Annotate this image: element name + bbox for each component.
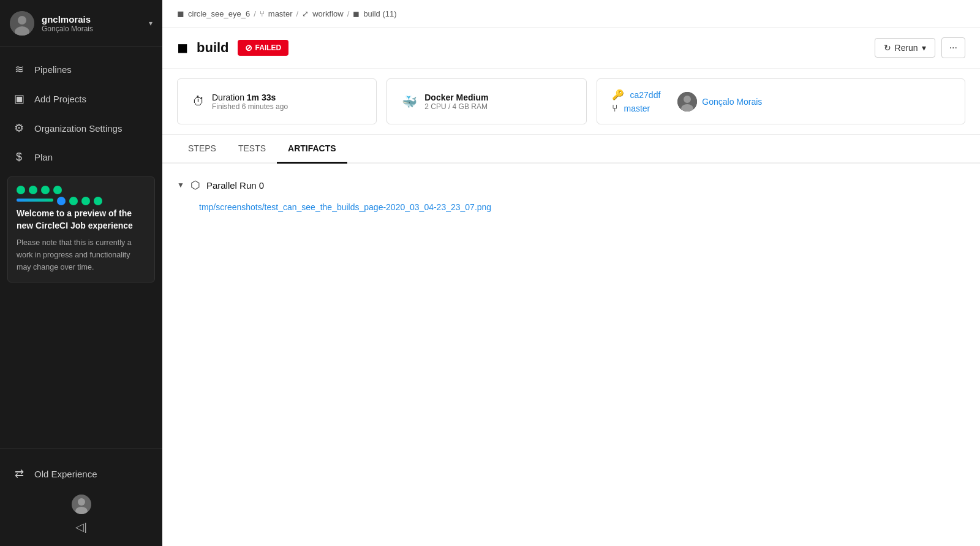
docker-icon: 🐳	[402, 94, 417, 109]
commit-card: 🔑 ca27ddf ⑂ master Gonçalo Morais	[597, 78, 966, 124]
commit-hash[interactable]: ca27ddf	[630, 90, 661, 100]
sidebar-item-label: Pipelines	[34, 64, 72, 75]
commit-row: 🔑 ca27ddf	[612, 89, 661, 100]
sidebar-item-label: Add Projects	[34, 94, 86, 104]
avatar-image	[10, 11, 34, 36]
tab-steps[interactable]: STEPS	[177, 135, 227, 164]
dot-green-4	[53, 186, 62, 194]
branch-icon: ⑂	[260, 9, 265, 18]
rerun-dropdown-icon: ▾	[922, 43, 926, 53]
sidebar-item-org-settings[interactable]: ⚙ Organization Settings	[0, 113, 162, 143]
preview-card-title: Welcome to a preview of the new CircleCI…	[17, 208, 146, 232]
user-menu[interactable]: gnclmorais Gonçalo Morais ▾	[0, 0, 162, 47]
tab-tests[interactable]: TESTS	[227, 135, 277, 164]
org-settings-icon: ⚙	[12, 121, 26, 135]
sidebar-item-pipelines[interactable]: ≋ Pipelines	[0, 55, 162, 84]
old-experience-icon: ⇄	[12, 467, 26, 480]
user-fullname: Gonçalo Morais	[42, 25, 149, 33]
branch-link[interactable]: master	[624, 104, 650, 113]
collapse-icon: ◁|	[75, 520, 87, 534]
chevron-down-icon: ▾	[149, 19, 153, 28]
duration-card: ⏱ Duration 1m 33s Finished 6 minutes ago	[177, 78, 377, 124]
artifact-item: tmp/screenshots/test_can_see_the_builds_…	[177, 202, 965, 213]
parallel-run: ▼ ⬡ Parallel Run 0	[177, 178, 965, 192]
preview-card: Welcome to a preview of the new CircleCI…	[7, 176, 155, 282]
pipeline-dots-row	[17, 186, 146, 194]
sidebar-footer	[0, 488, 162, 518]
user-info: gnclmorais Gonçalo Morais	[42, 14, 149, 33]
sidebar-item-label: Organization Settings	[34, 123, 122, 134]
sidebar-bottom: ⇄ Old Experience ◁|	[0, 449, 162, 546]
job-actions: ↻ Rerun ▾ ···	[875, 37, 965, 58]
username: gnclmorais	[42, 14, 149, 25]
more-icon: ···	[949, 42, 957, 53]
breadcrumb-sep-3: /	[347, 9, 350, 18]
project-icon: ◼	[177, 9, 184, 18]
svg-point-7	[684, 96, 691, 103]
dot-blue-1	[57, 197, 66, 205]
branch-row: ⑂ master	[612, 103, 661, 114]
dot-green-3	[41, 186, 50, 194]
breadcrumb-project[interactable]: circle_see_eye_6	[188, 9, 250, 18]
committer-name[interactable]: Gonçalo Morais	[702, 97, 762, 107]
sidebar-collapse-button[interactable]: ◁|	[0, 518, 162, 536]
dot-green-5	[69, 197, 78, 205]
breadcrumb-job: build (11)	[363, 9, 396, 18]
dot-green-2	[29, 186, 37, 194]
duration-value: Duration 1m 33s	[212, 93, 288, 102]
sidebar: gnclmorais Gonçalo Morais ▾ ≋ Pipelines …	[0, 0, 162, 546]
svg-point-1	[18, 16, 26, 25]
artifact-link[interactable]: tmp/screenshots/test_can_see_the_builds_…	[177, 202, 491, 212]
preview-card-body: Please note that this is currently a wor…	[17, 237, 146, 273]
svg-point-4	[78, 498, 85, 506]
parallel-run-label: Parallel Run 0	[206, 180, 264, 191]
dot-green-7	[94, 197, 102, 205]
rerun-icon: ↻	[884, 43, 891, 53]
breadcrumb: ◼ circle_see_eye_6 / ⑂ master / ⤢ workfl…	[162, 0, 980, 28]
tab-artifacts[interactable]: ARTIFACTS	[277, 135, 347, 164]
breadcrumb-pipeline[interactable]: workflow	[312, 9, 344, 18]
clock-icon: ⏱	[192, 94, 205, 108]
finished-value: Finished 6 minutes ago	[212, 102, 288, 111]
tab-bar: STEPS TESTS ARTIFACTS	[162, 135, 980, 164]
committer-avatar-image	[677, 92, 697, 112]
failed-icon: ⊘	[245, 43, 252, 53]
resource-info: Docker Medium 2 CPU / 4 GB RAM	[424, 93, 488, 111]
duration-info: Duration 1m 33s Finished 6 minutes ago	[212, 93, 288, 111]
avatar	[10, 11, 34, 36]
branch-icon-card: ⑂	[612, 103, 618, 114]
sidebar-item-add-projects[interactable]: ▣ Add Projects	[0, 84, 162, 113]
workflow-icon: ⤢	[302, 9, 309, 18]
job-header: ◼ build ⊘ FAILED ↻ Rerun ▾ ···	[162, 28, 980, 69]
rerun-button[interactable]: ↻ Rerun ▾	[875, 38, 935, 58]
key-icon: 🔑	[612, 89, 624, 100]
breadcrumb-branch[interactable]: master	[268, 9, 293, 18]
job-icon-breadcrumb: ◼	[353, 9, 360, 18]
dot-green-6	[81, 197, 90, 205]
resource-sub: 2 CPU / 4 GB RAM	[424, 102, 488, 111]
rerun-label: Rerun	[895, 43, 918, 53]
committer-avatar	[677, 92, 697, 112]
parallel-icon: ⬡	[190, 178, 200, 192]
add-projects-icon: ▣	[12, 92, 26, 105]
pipelines-icon: ≋	[12, 63, 26, 76]
status-badge: ⊘ FAILED	[238, 40, 289, 56]
breadcrumb-sep-2: /	[296, 9, 299, 18]
collapse-arrow-icon[interactable]: ▼	[177, 181, 184, 189]
job-title-icon: ◼	[177, 40, 188, 56]
sidebar-item-plan[interactable]: $ Plan	[0, 143, 162, 172]
plan-icon: $	[12, 151, 26, 164]
status-label: FAILED	[255, 44, 282, 52]
dot-green-1	[17, 186, 25, 194]
commit-info: 🔑 ca27ddf ⑂ master	[612, 89, 661, 114]
pipeline-dots-row-2	[17, 197, 146, 205]
sidebar-item-label: Old Experience	[34, 469, 97, 479]
sidebar-nav: ≋ Pipelines ▣ Add Projects ⚙ Organizatio…	[0, 47, 162, 449]
committer-info: Gonçalo Morais	[677, 92, 762, 112]
sidebar-item-label: Plan	[34, 152, 53, 162]
sidebar-item-old-experience[interactable]: ⇄ Old Experience	[0, 459, 162, 488]
resource-card: 🐳 Docker Medium 2 CPU / 4 GB RAM	[386, 78, 586, 124]
info-cards: ⏱ Duration 1m 33s Finished 6 minutes ago…	[162, 69, 980, 135]
more-options-button[interactable]: ···	[941, 37, 965, 58]
breadcrumb-sep-1: /	[254, 9, 256, 18]
